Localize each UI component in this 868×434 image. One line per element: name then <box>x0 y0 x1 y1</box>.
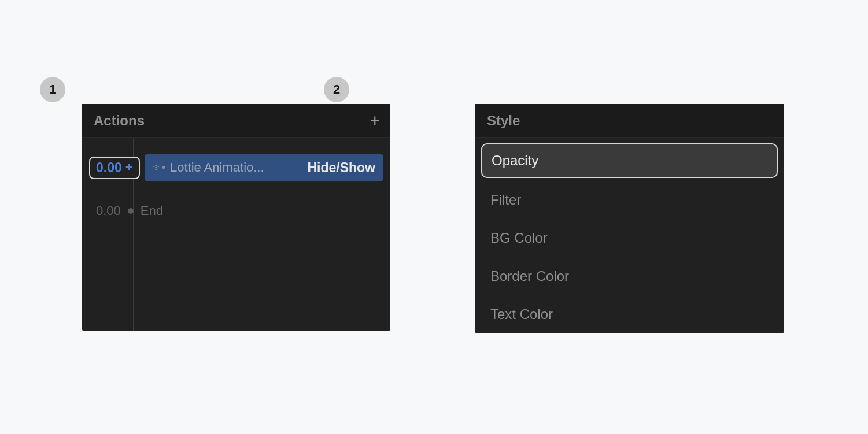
style-panel: Style Opacity Filter BG Color Border Col… <box>475 104 784 333</box>
step-badge-1: 1 <box>40 77 65 102</box>
style-item-text-color[interactable]: Text Color <box>481 298 778 331</box>
add-time-icon[interactable]: + <box>125 160 133 175</box>
style-item-label: Opacity <box>492 153 538 168</box>
step-number: 2 <box>333 82 340 97</box>
step-badge-2: 2 <box>324 77 349 102</box>
style-panel-body: Opacity Filter BG Color Border Color Tex… <box>475 138 784 331</box>
style-item-label: Filter <box>490 192 521 207</box>
actions-panel: Actions + 0.00 + ᯤ• Lottie Animatio... H… <box>82 104 390 331</box>
action-pill[interactable]: ᯤ• Lottie Animatio... Hide/Show <box>145 154 383 181</box>
style-item-opacity[interactable]: Opacity <box>481 143 778 178</box>
style-item-filter[interactable]: Filter <box>481 184 778 216</box>
end-marker-dot <box>128 208 134 214</box>
actions-panel-body: 0.00 + ᯤ• Lottie Animatio... Hide/Show 0… <box>82 138 390 331</box>
style-panel-header: Style <box>475 104 784 138</box>
style-item-bg-color[interactable]: BG Color <box>481 222 778 254</box>
time-chip[interactable]: 0.00 + <box>89 157 140 179</box>
actions-panel-title: Actions <box>94 113 145 129</box>
time-value: 0.00 <box>96 160 122 176</box>
step-number: 1 <box>49 82 56 97</box>
style-panel-title: Style <box>487 113 520 129</box>
style-item-border-color[interactable]: Border Color <box>481 260 778 292</box>
timeline-end-row: 0.00 End <box>89 203 383 218</box>
action-element-name: Lottie Animatio... <box>170 160 264 175</box>
add-action-icon[interactable]: + <box>370 112 380 129</box>
action-type-label: Hide/Show <box>307 160 375 176</box>
actions-panel-header: Actions + <box>82 104 390 138</box>
style-item-label: Text Color <box>490 306 553 322</box>
action-row: 0.00 + ᯤ• Lottie Animatio... Hide/Show <box>89 154 383 181</box>
end-time-value: 0.00 <box>96 203 121 218</box>
end-label: End <box>141 203 163 218</box>
style-item-label: Border Color <box>490 268 569 284</box>
lottie-icon: ᯤ• <box>153 162 164 174</box>
style-item-label: BG Color <box>490 230 548 246</box>
